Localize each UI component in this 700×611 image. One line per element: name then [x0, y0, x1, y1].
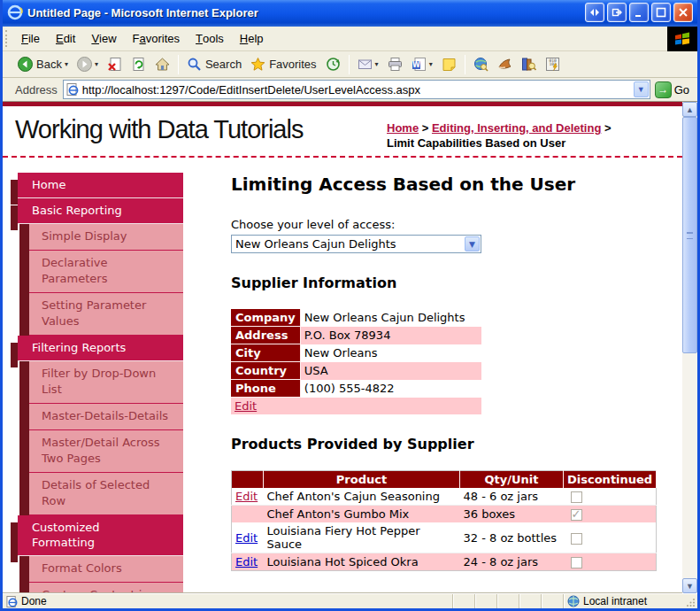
vertical-scrollbar[interactable]: ▲ ▼	[682, 102, 697, 593]
mail-button[interactable]: ▾	[353, 54, 383, 74]
home-icon	[155, 57, 170, 72]
access-level-label: Choose your level of access:	[231, 218, 658, 231]
sidebar-item-details-of-selected-row[interactable]: Details of Selected Row	[29, 473, 183, 515]
table-row: Company New Orleans Cajun Delights	[231, 309, 481, 327]
forward-button[interactable]: ▾	[73, 54, 103, 74]
edit-with-word-button[interactable]: W ▾	[407, 54, 437, 74]
main-content: Limiting Access Based on the User Choose…	[231, 173, 658, 571]
addressbar: Address http://localhost:1297/Code/EditI…	[3, 78, 697, 102]
scroll-down-button[interactable]: ▼	[682, 578, 697, 593]
back-icon	[18, 57, 33, 72]
select-chevron-icon[interactable]: ▼	[465, 236, 480, 251]
back-dropdown-caret[interactable]: ▾	[65, 60, 68, 68]
discontinued-checkbox[interactable]	[571, 533, 582, 545]
breadcrumb-section-link[interactable]: Editing, Inserting, and Deleting	[432, 121, 601, 135]
discontinued-checkbox[interactable]	[571, 491, 582, 503]
print-button[interactable]	[383, 54, 407, 74]
maximize-button[interactable]	[651, 3, 671, 22]
intranet-globe-icon	[567, 595, 580, 607]
edit-column-header	[232, 471, 264, 489]
sidebar-item-setting-parameter-values[interactable]: Setting Parameter Values	[29, 293, 183, 336]
sidebar-item-master-details-details[interactable]: Master-Details-Details	[29, 404, 183, 430]
menu-tools[interactable]: Tools	[188, 27, 232, 50]
close-button[interactable]	[673, 3, 693, 22]
discontinued-column-header: Discontinued	[564, 471, 657, 489]
access-level-select[interactable]: New Orleans Cajun Delights ▼	[231, 235, 481, 253]
notes-button[interactable]	[437, 54, 461, 74]
mail-dropdown-caret[interactable]: ▾	[375, 60, 379, 68]
titlebar-arrows-button[interactable]	[585, 3, 604, 22]
stop-icon	[107, 57, 122, 72]
sidebar-item-format-colors[interactable]: Format Colors	[29, 556, 183, 583]
forward-icon	[77, 57, 92, 72]
supplier-field-value: New Orleans Cajun Delights	[300, 309, 481, 327]
refresh-button[interactable]	[127, 54, 150, 74]
sidebar-item-master-detail-across-two-pages[interactable]: Master/Detail Across Two Pages	[29, 430, 183, 473]
sidebar-item-basic-reporting[interactable]: Basic Reporting	[18, 198, 183, 224]
forward-dropdown-caret[interactable]: ▾	[95, 60, 98, 68]
product-edit-link[interactable]: Edit	[235, 531, 258, 545]
search-button[interactable]: Search	[182, 54, 246, 74]
toolbar-separator	[465, 55, 465, 74]
research-books-button[interactable]	[517, 54, 541, 74]
masthead: Working with Data Tutorials Home > Editi…	[3, 106, 682, 158]
table-row: Country USA	[231, 362, 481, 380]
svg-text:W: W	[412, 61, 420, 69]
resize-grip[interactable]	[685, 594, 697, 608]
word-dropdown-caret[interactable]: ▾	[429, 60, 433, 68]
menubar-grip[interactable]	[5, 30, 12, 47]
research-globe-button[interactable]	[469, 54, 493, 74]
security-zone-text: Local intranet	[583, 595, 647, 607]
breadcrumb-home-link[interactable]: Home	[387, 121, 419, 135]
minimize-button[interactable]	[629, 3, 649, 22]
mail-icon	[358, 57, 373, 72]
product-edit-link[interactable]: Edit	[235, 490, 258, 503]
table-row: Edit	[231, 398, 481, 415]
table-row: Edit Louisiana Fiery Hot Pepper Sauce 32…	[232, 522, 657, 553]
sidebar-item-declarative-parameters[interactable]: Declarative Parameters	[29, 251, 183, 293]
sidebar-group-basic-reporting: Simple Display Declarative Parameters Se…	[19, 224, 183, 336]
security-zone-pane: Local intranet	[563, 594, 685, 608]
scrollbar-thumb[interactable]	[682, 117, 697, 353]
stop-button[interactable]	[103, 54, 127, 74]
sidebar-item-simple-display[interactable]: Simple Display	[29, 224, 183, 251]
menu-edit[interactable]: Edit	[48, 27, 83, 50]
favorites-button[interactable]: Favorites	[246, 54, 320, 74]
sidebar-item-filtering-reports[interactable]: Filtering Reports	[18, 336, 183, 361]
supplier-field-value: P.O. Box 78934	[300, 327, 481, 344]
menu-view[interactable]: View	[83, 27, 124, 50]
go-arrow-icon: →	[655, 81, 672, 98]
discontinued-checkbox[interactable]	[571, 509, 582, 521]
sidebar-item-custom-content[interactable]: Custom Content in a	[29, 583, 183, 593]
menu-favorites[interactable]: Favorites	[125, 27, 188, 50]
menu-file[interactable]: File	[13, 27, 48, 50]
table-row: City New Orleans	[231, 344, 481, 362]
status-cell	[452, 594, 474, 608]
menu-help[interactable]: Help	[232, 27, 272, 50]
titlebar-popout-button[interactable]	[607, 3, 627, 22]
supplier-section-heading: Supplier Information	[231, 275, 658, 291]
fox-tool-button[interactable]	[493, 54, 517, 74]
scroll-up-button[interactable]: ▲	[682, 102, 697, 117]
address-input[interactable]: http://localhost:1297/Code/EditInsertDel…	[63, 80, 650, 99]
go-button[interactable]: → Go	[650, 80, 694, 100]
history-button[interactable]	[321, 54, 345, 74]
qty-column-header: Qty/Unit	[460, 471, 564, 489]
close-icon	[678, 7, 688, 18]
home-button[interactable]	[150, 54, 174, 74]
sidebar-item-filter-by-dropdown-list[interactable]: Filter by Drop-Down List	[29, 361, 183, 404]
address-url[interactable]: http://localhost:1297/Code/EditInsertDel…	[82, 83, 633, 97]
product-name-cell: Louisiana Hot Spiced Okra	[264, 553, 460, 571]
supplier-table: Company New Orleans Cajun Delights Addre…	[231, 309, 481, 414]
sidebar-item-customized-formatting[interactable]: Customized Formatting	[18, 515, 183, 556]
supplier-edit-link[interactable]: Edit	[235, 399, 257, 413]
back-button[interactable]: Back ▾	[13, 54, 73, 74]
sidebar-item-home[interactable]: Home	[18, 173, 183, 198]
product-edit-link[interactable]: Edit	[235, 555, 258, 568]
toolbar: Back ▾ ▾ Search Favorites	[3, 51, 697, 78]
minimize-icon	[634, 7, 644, 18]
binary-tool-button[interactable]: 010101	[541, 54, 565, 74]
supplier-field-label: Address	[231, 327, 300, 344]
address-dropdown-button[interactable]: ▼	[634, 81, 649, 97]
discontinued-checkbox[interactable]	[571, 557, 582, 568]
